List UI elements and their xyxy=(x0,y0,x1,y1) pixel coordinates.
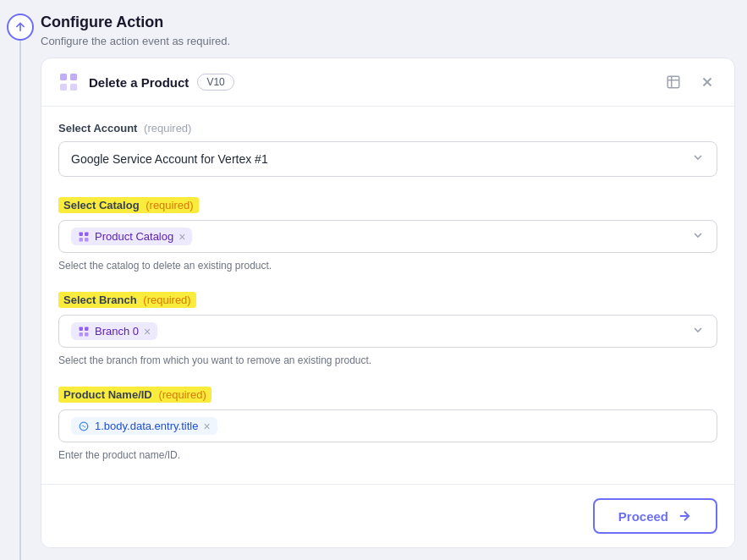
card-footer: Proceed xyxy=(41,484,734,547)
product-name-label: Product Name/ID (required) xyxy=(58,387,717,403)
page-subtitle: Configure the action event as required. xyxy=(41,35,735,47)
card-header: Delete a Product V10 xyxy=(41,58,734,107)
svg-rect-2 xyxy=(60,84,67,91)
catalog-chevron-icon xyxy=(691,228,705,245)
vertical-line xyxy=(19,41,21,560)
proceed-button[interactable]: Proceed xyxy=(593,498,717,534)
account-label: Select Account (required) xyxy=(58,122,717,135)
svg-rect-10 xyxy=(85,232,88,235)
branch-field-section: Select Branch (required) xyxy=(58,292,717,366)
product-name-input[interactable]: 1.body.data.entry.title × xyxy=(58,409,717,442)
svg-rect-15 xyxy=(80,332,83,336)
svg-rect-1 xyxy=(70,74,77,80)
header-section: Configure Action Configure the action ev… xyxy=(41,12,735,58)
product-name-hint: Enter the product name/ID. xyxy=(58,449,717,461)
svg-rect-9 xyxy=(80,232,83,235)
account-field-section: Select Account (required) Google Service… xyxy=(58,122,717,177)
catalog-field-section: Select Catalog (required) xyxy=(58,197,717,272)
configure-card: Delete a Product V10 xyxy=(41,58,735,548)
svg-rect-14 xyxy=(85,327,88,330)
action-title: Delete a Product xyxy=(89,75,189,90)
product-name-field-section: Product Name/ID (required) xyxy=(58,387,717,461)
branch-tag-close[interactable]: × xyxy=(144,326,151,338)
branch-hint: Select the branch from which you want to… xyxy=(58,354,717,366)
branch-label: Select Branch (required) xyxy=(58,292,717,308)
svg-rect-11 xyxy=(80,238,83,241)
product-name-tag-close[interactable]: × xyxy=(203,420,210,432)
catalog-tags-area: Product Catalog × xyxy=(71,228,192,245)
account-value: Google Service Account for Vertex #1 xyxy=(71,152,268,166)
account-chevron-icon xyxy=(691,151,705,167)
catalog-dropdown[interactable]: Product Catalog × xyxy=(58,220,717,253)
catalog-hint: Select the catalog to delete an existing… xyxy=(58,260,717,272)
action-icon xyxy=(57,70,80,94)
branch-dropdown[interactable]: Branch 0 × xyxy=(58,315,717,348)
card-header-left: Delete a Product V10 xyxy=(57,70,234,94)
catalog-tag-icon xyxy=(78,231,90,243)
step-icon xyxy=(7,14,34,41)
catalog-label: Select Catalog (required) xyxy=(58,197,717,213)
svg-rect-13 xyxy=(80,327,83,330)
branch-tags-area: Branch 0 × xyxy=(71,322,157,340)
product-name-tag-icon xyxy=(78,420,90,432)
svg-rect-12 xyxy=(85,238,88,241)
close-icon[interactable] xyxy=(695,70,719,94)
expand-icon[interactable] xyxy=(662,70,685,94)
account-dropdown[interactable]: Google Service Account for Vertex #1 xyxy=(58,141,717,177)
branch-tag: Branch 0 × xyxy=(71,322,157,340)
version-badge: V10 xyxy=(197,74,233,91)
svg-rect-0 xyxy=(60,74,67,80)
page-title: Configure Action xyxy=(41,14,735,31)
product-name-tag: 1.body.data.entry.title × xyxy=(71,417,217,435)
card-body: Select Account (required) Google Service… xyxy=(41,107,734,484)
svg-rect-4 xyxy=(667,76,679,88)
catalog-tag-close[interactable]: × xyxy=(179,231,185,243)
product-name-tags-area: 1.body.data.entry.title × xyxy=(71,417,217,435)
svg-rect-16 xyxy=(85,332,88,336)
branch-tag-icon xyxy=(78,326,90,338)
branch-chevron-icon xyxy=(691,323,705,340)
catalog-tag: Product Catalog × xyxy=(71,228,192,245)
svg-rect-3 xyxy=(70,84,77,91)
card-header-right xyxy=(662,70,719,94)
